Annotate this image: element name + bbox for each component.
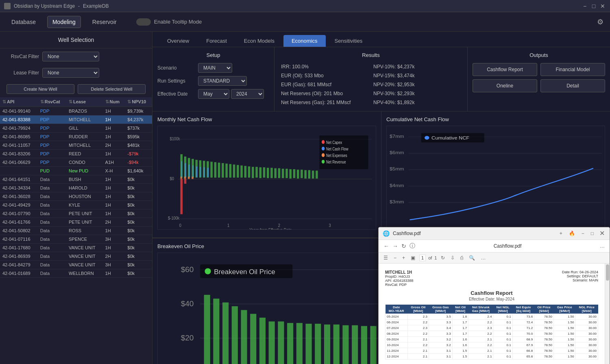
tab-forecast[interactable]: Forecast [198, 35, 235, 47]
cell-rsvcat: PDP [38, 133, 66, 141]
pdf-close-btn[interactable]: ✕ [599, 230, 606, 237]
table-row[interactable]: 42-041-06629 PDP CONDO A1H -$94k [0, 158, 152, 167]
table-row[interactable]: 42-041-79924 PDP GILL 1H $737k [0, 124, 152, 133]
pdf-col-net-oil: Net Oil[Mbbl] [452, 305, 468, 314]
pdf-zoom-out-btn[interactable]: − [392, 254, 398, 262]
table-row[interactable]: 42-041-83388 PDP MITCHELL 1H $4,237k [0, 116, 152, 124]
table-row[interactable]: 42-041-61766 Data PETE UNIT 2H $0k [0, 218, 152, 227]
table-row[interactable]: 42-041-86085 PDP RUDDER 1H $595k [0, 133, 152, 141]
scenario-select[interactable]: MAIN [198, 63, 232, 73]
year-select[interactable]: 2024 [231, 89, 264, 99]
table-row[interactable]: 42-041-49429 Data KYLE 1H $0k [0, 201, 152, 209]
result-npv40: NPV-40%: $1,892k [372, 99, 462, 106]
cumulative-ncf-area: $7mm $6mm $5mm $4mm $3mm [386, 126, 605, 230]
pdf-zoom-in-btn[interactable]: + [401, 254, 407, 262]
cell-rsvcat: Data [38, 218, 66, 227]
oneline-button[interactable]: Oneline [473, 79, 537, 92]
col-num[interactable]: ⇅Num [103, 97, 125, 107]
tab-econ-models[interactable]: Econ Models [236, 35, 283, 47]
table-row[interactable]: 42-041-83206 PDP REED 1H -$79k [0, 150, 152, 158]
table-row[interactable]: 42-041-34334 Data HAROLD 1H $0k [0, 184, 152, 192]
col-lease[interactable]: ⇅Lease [66, 97, 103, 107]
svg-text:Net Revenue: Net Revenue [326, 159, 346, 164]
pdf-maximize-btn[interactable]: □ [589, 230, 595, 237]
cell-lease: SPENCE [66, 235, 103, 244]
detail-button[interactable]: Detail [540, 79, 605, 92]
svg-text:$7mm: $7mm [390, 134, 404, 139]
pdf-more-btn[interactable]: … [598, 242, 606, 250]
col-api[interactable]: ⇅API [0, 97, 38, 107]
pdf-rotate-btn[interactable]: ↻ [439, 254, 447, 262]
table-row[interactable]: 42-041-99140 PDP BRAZOS 1H $9,739k [0, 107, 152, 116]
tab-economics[interactable]: Economics [283, 35, 326, 47]
cell-rsvcat: PDP [38, 158, 66, 167]
pdf-col-ngl-price: NGL Price[$/bbl] [575, 305, 598, 314]
rsv-filter-select[interactable]: None [42, 52, 99, 61]
tab-sensitivities[interactable]: Sensitivities [327, 35, 371, 47]
table-row[interactable]: PUD New PUD X-H $1,640k [0, 167, 152, 175]
pdf-print-btn[interactable]: ⎙ [459, 254, 465, 262]
delete-well-button[interactable]: Delete Selected Well [78, 84, 146, 94]
run-settings-select[interactable]: STANDARD [198, 76, 247, 86]
svg-rect-29 [252, 167, 254, 178]
pdf-search-btn[interactable]: 🔍 [467, 254, 477, 262]
table-row[interactable]: 42-041-86939 Data VANCE UNIT 2H $0k [0, 252, 152, 261]
pdf-fit-btn[interactable]: ▣ [409, 254, 417, 262]
pdf-data-table: DateMO-YEAR Gross Oil[Mbbl] Gross Gas[MM… [385, 305, 598, 360]
app-icon [4, 3, 11, 9]
pdf-scrollbar[interactable] [605, 264, 610, 364]
svg-rect-25 [237, 165, 239, 178]
pdf-forward-btn[interactable]: → [391, 242, 400, 250]
maximize-btn[interactable]: □ [590, 3, 597, 9]
nav-reservoir[interactable]: Reservoir [87, 16, 122, 28]
cell-num: 2H [103, 252, 125, 261]
monthly-ncf-title: Monthly Net Cash Flow [157, 116, 376, 122]
table-row[interactable]: 42-041-36028 Data HOUSTON 1H $0k [0, 192, 152, 201]
financial-model-button[interactable]: Financial Model [540, 63, 605, 76]
settings-icon[interactable]: ⚙ [597, 17, 603, 26]
pdf-download-btn[interactable]: ⇩ [449, 254, 456, 262]
create-well-button[interactable]: Create New Well [7, 84, 74, 94]
cell-lease: VANCE UNIT [66, 261, 103, 269]
pdf-menu-btn[interactable]: ☰ [382, 254, 390, 262]
close-btn[interactable]: ✕ [599, 3, 606, 9]
svg-rect-41 [297, 170, 299, 179]
minimize-btn[interactable]: − [582, 3, 588, 9]
cell-lease: HOUSTON [66, 192, 103, 201]
svg-rect-54 [207, 168, 209, 177]
table-row[interactable]: 42-041-07790 Data PETE UNIT 1H $0k [0, 209, 152, 218]
tooltip-toggle-container: Enable Tooltip Mode [136, 18, 202, 26]
pdf-info-btn[interactable]: ⓘ [408, 242, 417, 251]
table-row[interactable]: 42-041-11057 PDP MITCHELL 2H $481k [0, 141, 152, 150]
pdf-new-tab-btn[interactable]: + [558, 230, 564, 237]
pdf-table-row: 06-20242.23.31.72.20.172.478.501.5030.00 [386, 320, 598, 325]
table-row[interactable]: 42-041-17680 Data VANCE UNIT 1H $0k [0, 244, 152, 252]
nav-database[interactable]: Database [7, 16, 41, 28]
pdf-minimize-btn[interactable]: − [580, 230, 586, 237]
month-select[interactable]: May [198, 89, 229, 99]
nav-modeling[interactable]: Modeling [47, 16, 81, 28]
pdf-filename: Cashflow.pdf [393, 231, 555, 236]
table-row[interactable]: 42-041-50802 Data ROSS 1H $0k [0, 227, 152, 235]
pdf-content[interactable]: MITCHELL 1H PropID: H4OJ3 API: 420418338… [379, 264, 605, 364]
svg-rect-43 [304, 170, 307, 179]
pdf-report-title: Cashflow Report [385, 290, 598, 296]
cell-api: 42-041-49429 [0, 201, 38, 209]
svg-rect-106 [333, 324, 340, 364]
pdf-refresh-btn[interactable]: ↻ [400, 242, 408, 250]
monthly-ncf-area: $100k $0 $-100k 0 1 [157, 126, 376, 230]
pdf-back-btn[interactable]: ← [382, 242, 391, 250]
table-row[interactable]: 42-041-84279 Data VANCE UNIT 3H $0k [0, 261, 152, 269]
table-row[interactable]: 42-041-64151 Data BUSH 1H $0k [0, 175, 152, 184]
cashflow-report-button[interactable]: Cashflow Report [473, 63, 537, 76]
table-row[interactable]: 42-041-01689 Data WELLBORN 1H $0k [0, 269, 152, 278]
pdf-more2-btn[interactable]: … [479, 254, 487, 262]
col-rsvcat[interactable]: ⇅RsvCat [38, 97, 66, 107]
pdf-settings: Settings: DEFAULT [562, 274, 598, 278]
tooltip-toggle[interactable] [136, 18, 151, 26]
app-name: Obsidian by Upstream Edge [14, 3, 75, 9]
table-row[interactable]: 42-041-07116 Data SPENCE 3H $0k [0, 235, 152, 244]
tab-overview[interactable]: Overview [159, 35, 197, 47]
col-npv10[interactable]: ⇅NPV10 [125, 97, 152, 107]
lease-filter-select[interactable]: None [42, 68, 99, 78]
